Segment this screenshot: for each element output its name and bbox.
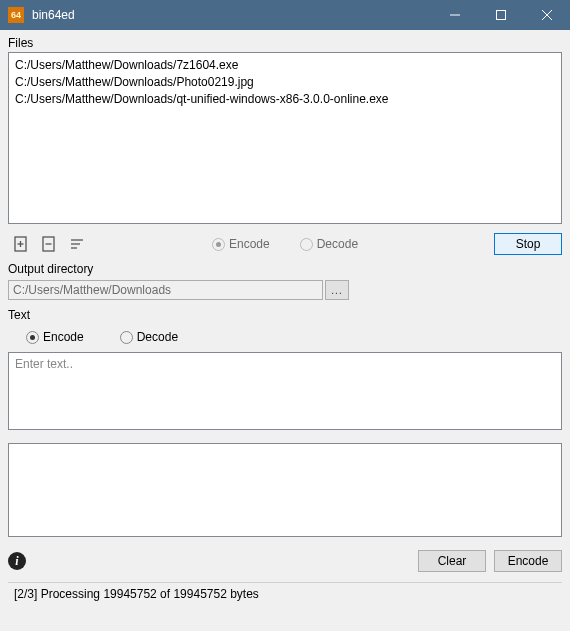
file-encode-label: Encode <box>229 237 270 251</box>
close-button[interactable] <box>524 0 570 30</box>
encode-button[interactable]: Encode <box>494 550 562 572</box>
output-dir-label: Output directory <box>8 262 562 276</box>
text-encode-label: Encode <box>43 330 84 344</box>
text-section-label: Text <box>8 308 562 322</box>
file-encode-radio: Encode <box>212 237 270 251</box>
file-decode-radio: Decode <box>300 237 358 251</box>
app-icon: 64 <box>8 7 24 23</box>
text-encode-radio[interactable]: Encode <box>26 330 84 344</box>
file-item[interactable]: C:/Users/Matthew/Downloads/qt-unified-wi… <box>15 91 555 108</box>
add-file-button[interactable] <box>8 231 34 257</box>
clear-button[interactable]: Clear <box>418 550 486 572</box>
file-item[interactable]: C:/Users/Matthew/Downloads/Photo0219.jpg <box>15 74 555 91</box>
file-item[interactable]: C:/Users/Matthew/Downloads/7z1604.exe <box>15 57 555 74</box>
remove-file-button[interactable] <box>36 231 62 257</box>
clear-list-icon <box>68 235 86 253</box>
titlebar: 64 bin64ed <box>0 0 570 30</box>
radio-icon <box>120 331 133 344</box>
files-label: Files <box>8 36 562 50</box>
output-dir-input[interactable] <box>8 280 323 300</box>
status-bar: [2/3] Processing 19945752 of 19945752 by… <box>8 582 562 605</box>
radio-icon <box>300 238 313 251</box>
file-minus-icon <box>40 235 58 253</box>
browse-button[interactable]: ... <box>325 280 349 300</box>
stop-button[interactable]: Stop <box>494 233 562 255</box>
info-button[interactable]: i <box>8 552 26 570</box>
minimize-button[interactable] <box>432 0 478 30</box>
svg-rect-1 <box>497 11 506 20</box>
window-title: bin64ed <box>32 8 432 22</box>
text-output[interactable] <box>8 443 562 537</box>
radio-icon <box>26 331 39 344</box>
file-decode-label: Decode <box>317 237 358 251</box>
clear-files-button[interactable] <box>64 231 90 257</box>
text-decode-label: Decode <box>137 330 178 344</box>
files-list[interactable]: C:/Users/Matthew/Downloads/7z1604.exe C:… <box>8 52 562 224</box>
radio-icon <box>212 238 225 251</box>
file-plus-icon <box>12 235 30 253</box>
text-decode-radio[interactable]: Decode <box>120 330 178 344</box>
maximize-button[interactable] <box>478 0 524 30</box>
text-input[interactable] <box>8 352 562 430</box>
